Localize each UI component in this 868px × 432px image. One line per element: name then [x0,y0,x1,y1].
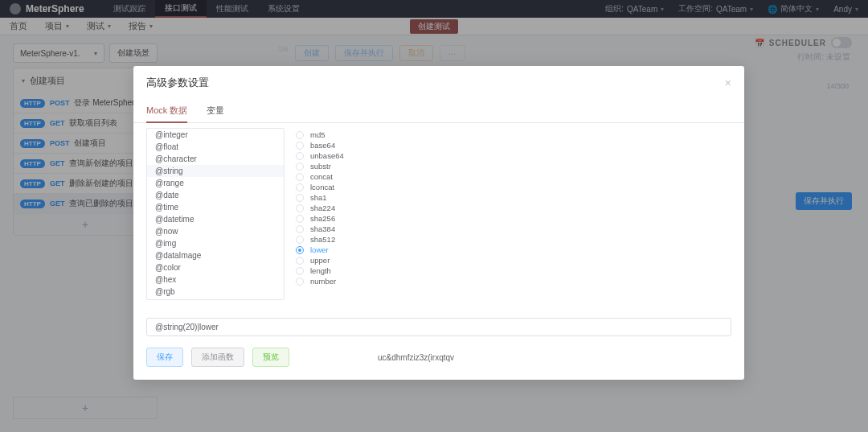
transform-option[interactable]: sha384 [296,224,720,234]
mock-function-item[interactable]: @hex [147,274,284,286]
mock-function-item[interactable]: @color [147,261,284,274]
add-function-button[interactable]: 添加函数 [191,348,244,367]
transform-option[interactable]: concat [296,171,720,182]
modal-header: 高级参数设置 × [133,66,744,100]
transform-label: md5 [310,130,325,139]
preview-button[interactable]: 预览 [252,348,289,367]
radio-icon [296,257,304,265]
transform-list: md5base64unbase64substrconcatlconcatsha1… [285,128,731,300]
transform-label: concat [310,172,333,181]
radio-icon [296,194,304,202]
modal-title: 高级参数设置 [146,76,209,90]
radio-icon [296,142,304,150]
transform-label: lower [310,245,329,254]
radio-icon [296,183,304,191]
transform-option[interactable]: lower [296,245,720,255]
modal-tabs: Mock 数据 变量 [133,100,744,123]
transform-label: sha224 [310,204,335,212]
transform-label: upper [310,256,330,265]
radio-icon [296,236,304,244]
transform-option[interactable]: substr [296,161,720,171]
transform-label: sha384 [310,224,335,233]
mock-function-item[interactable]: @datetime [147,213,284,225]
tab-variables[interactable]: 变量 [207,100,224,122]
transform-label: base64 [310,141,335,150]
transform-option[interactable]: lconcat [296,182,720,192]
radio-icon [296,278,304,286]
transform-option[interactable]: number [296,276,720,286]
mock-function-list[interactable]: @integer@float@character@string@range@da… [146,128,285,300]
radio-icon [296,246,304,254]
mock-function-item[interactable]: @float [147,141,284,153]
transform-label: length [310,266,331,275]
transform-option[interactable]: unbase64 [296,150,720,161]
transform-option[interactable]: sha512 [296,234,720,245]
radio-icon [296,204,304,212]
transform-label: lconcat [310,183,334,191]
radio-icon [296,225,304,233]
mock-function-item[interactable]: @dataImage [147,249,284,261]
expression-row [133,308,744,336]
mock-function-item[interactable]: @img [147,237,284,249]
radio-icon [296,163,304,171]
modal-body: @integer@float@character@string@range@da… [133,123,744,308]
transform-label: sha256 [310,214,335,223]
transform-option[interactable]: upper [296,255,720,265]
save-button[interactable]: 保存 [146,348,183,367]
mock-function-item[interactable]: @time [147,201,284,213]
transform-option[interactable]: md5 [296,130,720,140]
modal-footer: 保存 添加函数 预览 uc&dhmfziz3z(irxqtqv [133,336,744,380]
radio-icon [296,152,304,160]
expression-input[interactable] [146,318,731,336]
transform-label: unbase64 [310,151,344,160]
transform-label: sha512 [310,235,335,244]
preview-result: uc&dhmfziz3z(irxqtqv [378,353,454,362]
mock-function-item[interactable]: @string [147,165,284,177]
mock-function-item[interactable]: @rgba [147,298,284,299]
mock-function-item[interactable]: @range [147,177,284,189]
transform-option[interactable]: length [296,265,720,276]
transform-option[interactable]: sha256 [296,213,720,224]
advanced-param-modal: 高级参数设置 × Mock 数据 变量 @integer@float@chara… [133,66,744,380]
radio-icon [296,131,304,139]
mock-function-item[interactable]: @rgb [147,286,284,298]
transform-label: sha1 [310,193,327,202]
transform-option[interactable]: base64 [296,140,720,150]
close-icon[interactable]: × [725,76,731,89]
radio-icon [296,173,304,181]
mock-function-item[interactable]: @date [147,189,284,201]
transform-label: number [310,277,336,286]
mock-function-item[interactable]: @character [147,153,284,165]
transform-option[interactable]: sha1 [296,192,720,203]
mock-function-item[interactable]: @integer [147,129,284,141]
tab-mock-data[interactable]: Mock 数据 [146,100,187,123]
mock-function-item[interactable]: @now [147,225,284,237]
radio-icon [296,215,304,223]
transform-option[interactable]: sha224 [296,203,720,213]
radio-icon [296,267,304,275]
transform-label: substr [310,162,331,171]
